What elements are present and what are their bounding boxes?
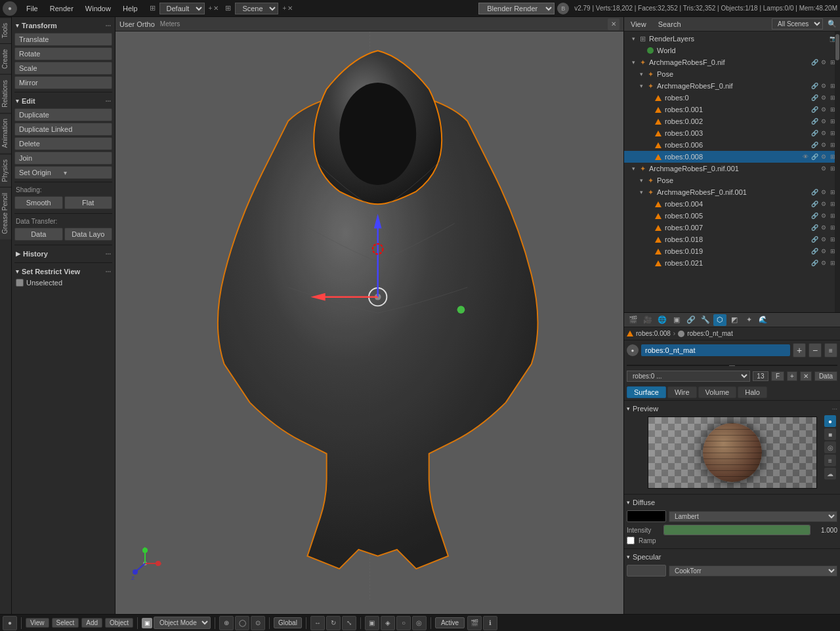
material-special-btn[interactable]: ≡ (824, 343, 837, 357)
viewport-close-btn[interactable]: ✕ (608, 18, 620, 30)
tab-volume[interactable]: Volume (698, 386, 737, 398)
layer-btn-3[interactable]: ○ (396, 616, 411, 630)
viewport-canvas[interactable]: X Y Z (116, 31, 623, 600)
outliner-robes-004[interactable]: robes:0.004 🔗 ⚙ ⊞ (624, 198, 840, 210)
outliner-archmage-001-sub[interactable]: ▾ ✦ ArchmageRobesF_0.nif.001 🔗 ⚙ ⊞ (624, 186, 840, 198)
proportional-btn[interactable]: ◯ (235, 616, 249, 630)
outliner-archmage-001[interactable]: ▾ ✦ ArchmageRobesF_0.nif.001 ⚙ ⊞ (624, 163, 840, 174)
tab-halo[interactable]: Halo (738, 386, 767, 398)
props-render-btn[interactable]: 🎬 (627, 314, 640, 326)
material-minus-btn[interactable]: − (808, 343, 822, 357)
material-add-btn[interactable]: + (793, 343, 806, 357)
outliner-render-layers[interactable]: ▾ ⊞ RenderLayers 📷 (624, 33, 840, 45)
set-restrict-header[interactable]: ▾ Set Restrict View ··· (14, 266, 112, 277)
all-scenes-selector[interactable]: All Scenes (772, 18, 823, 30)
delete-button[interactable]: Delete (14, 137, 112, 150)
bottom-select-btn[interactable]: Select (52, 618, 79, 628)
props-material-btn[interactable]: ⬡ (713, 314, 726, 326)
outliner-robes-007[interactable]: robes:0.007 🔗 ⚙ ⊞ (624, 222, 840, 234)
tab-create[interactable]: Create (0, 43, 11, 74)
tab-relations[interactable]: Relations (0, 74, 11, 113)
manip-btn-1[interactable]: ↔ (310, 616, 325, 630)
tab-grease-pencil[interactable]: Grease Pencil (0, 187, 11, 239)
workspace-selector[interactable]: Default (159, 3, 205, 14)
data-button[interactable]: Data (14, 228, 63, 241)
render-icon-btn[interactable]: 🎬 (467, 616, 482, 630)
props-modifiers-btn[interactable]: 🔧 (699, 314, 712, 326)
outliner-robes-008[interactable]: robes:0.008 👁 🔗 ⚙ ⊞ (624, 151, 840, 163)
bottom-object-btn[interactable]: Object (105, 618, 133, 628)
unselected-checkbox[interactable] (16, 279, 24, 287)
duplicate-linked-button[interactable]: Duplicate Linked (14, 123, 112, 136)
mirror-button[interactable]: Mirror (14, 76, 112, 89)
prev-cube-btn[interactable]: ■ (824, 428, 836, 440)
outliner-robes-006[interactable]: robes:0.006 🔗 ⚙ ⊞ (624, 139, 840, 151)
outliner-world[interactable]: World (624, 45, 840, 56)
diffuse-shader-select[interactable]: Lambert (669, 511, 837, 522)
outliner-robes-0[interactable]: robes:0 🔗 ⚙ ⊞ (624, 92, 840, 104)
preview-options[interactable]: ··· (832, 405, 837, 413)
props-scene-btn[interactable]: 🎥 (641, 314, 654, 326)
transform-section-header[interactable]: ▾ Transform ··· (14, 20, 112, 31)
pivot-btn[interactable]: ⊙ (251, 616, 265, 630)
manip-btn-2[interactable]: ↻ (326, 616, 341, 630)
outliner-robes-005[interactable]: robes:0.005 🔗 ⚙ ⊞ (624, 210, 840, 222)
bottom-view-btn[interactable]: View (26, 618, 49, 628)
edit-section-header[interactable]: ▾ Edit ··· (14, 95, 112, 107)
mat-plus-icon[interactable]: + (787, 371, 797, 381)
rotate-button[interactable]: Rotate (14, 47, 112, 60)
mat-f-button[interactable]: F (771, 371, 784, 381)
outliner-robes-019[interactable]: robes:0.019 🔗 ⚙ ⊞ (624, 245, 840, 257)
scene-selector[interactable]: Scene (235, 3, 278, 14)
outliner-robes-001[interactable]: robes:0.001 🔗 ⚙ ⊞ (624, 104, 840, 115)
edit-options[interactable]: ··· (106, 98, 111, 105)
smooth-button[interactable]: Smooth (14, 196, 63, 209)
info-icon-btn[interactable]: ℹ (483, 616, 497, 630)
outliner-pose-0[interactable]: ▾ ✦ Pose (624, 68, 840, 80)
prev-hair-btn[interactable]: ≡ (824, 455, 836, 466)
bottom-add-btn[interactable]: Add (81, 618, 102, 628)
tab-tools[interactable]: Tools (0, 17, 11, 43)
transform-options[interactable]: ··· (106, 22, 111, 30)
specular-section-title[interactable]: ▾ Specular (627, 552, 837, 562)
material-name-input[interactable] (641, 344, 790, 356)
outliner-robes-002[interactable]: robes:0.002 🔗 ⚙ ⊞ (624, 115, 840, 127)
mat-slot-selector[interactable]: robes:0 ... (627, 371, 750, 382)
render-engine-selector[interactable]: Blender Render (478, 3, 555, 14)
props-constraints-btn[interactable]: 🔗 (684, 314, 698, 326)
ramp-checkbox[interactable] (627, 537, 635, 544)
props-particles-btn[interactable]: ✦ (742, 314, 755, 326)
props-physics-btn[interactable]: 🌊 (757, 314, 770, 326)
diffuse-color-swatch[interactable] (627, 510, 666, 522)
tab-surface[interactable]: Surface (627, 386, 666, 398)
bottom-logo-btn[interactable]: ● (3, 616, 17, 630)
menu-help[interactable]: Help (117, 3, 143, 14)
preview-section-title[interactable]: ▾ Preview ··· (627, 403, 837, 414)
menu-window[interactable]: Window (80, 3, 116, 14)
outliner-robes-018[interactable]: robes:0.018 🔗 ⚙ ⊞ (624, 234, 840, 245)
flat-button[interactable]: Flat (64, 196, 113, 209)
outliner-pose-001[interactable]: ▾ ✦ Pose (624, 174, 840, 186)
layer-btn-2[interactable]: ◈ (381, 616, 395, 630)
scale-button[interactable]: Scale (14, 62, 112, 75)
mat-data-button[interactable]: Data (814, 371, 837, 381)
outliner-search-btn[interactable]: Search (654, 20, 685, 29)
restrict-options[interactable]: ··· (106, 268, 111, 275)
mode-select[interactable]: Object Mode Edit Mode (154, 617, 211, 629)
outliner-robes-003[interactable]: robes:0.003 🔗 ⚙ ⊞ (624, 127, 840, 139)
prev-sphere-btn[interactable]: ● (824, 415, 836, 427)
history-section-header[interactable]: ▶ History ··· (14, 248, 112, 260)
set-origin-button[interactable]: Set Origin ▾ (14, 166, 112, 179)
layer-btn-1[interactable]: ▣ (365, 616, 379, 630)
outliner-scrollbar[interactable] (835, 31, 840, 312)
intensity-slider[interactable] (663, 525, 810, 535)
outliner-scrollbar-thumb[interactable] (835, 34, 839, 60)
tab-physics[interactable]: Physics (0, 153, 11, 187)
translate-button[interactable]: Translate (14, 33, 112, 46)
join-button[interactable]: Join (14, 152, 112, 165)
layer-btn-4[interactable]: ◎ (412, 616, 427, 630)
props-texture-btn[interactable]: ◩ (728, 314, 741, 326)
props-object-btn[interactable]: ▣ (670, 314, 683, 326)
props-world-btn[interactable]: 🌐 (656, 314, 669, 326)
outliner-archmage-0[interactable]: ▾ ✦ ArchmageRobesF_0.nif 🔗 ⚙ ⊞ (624, 56, 840, 68)
